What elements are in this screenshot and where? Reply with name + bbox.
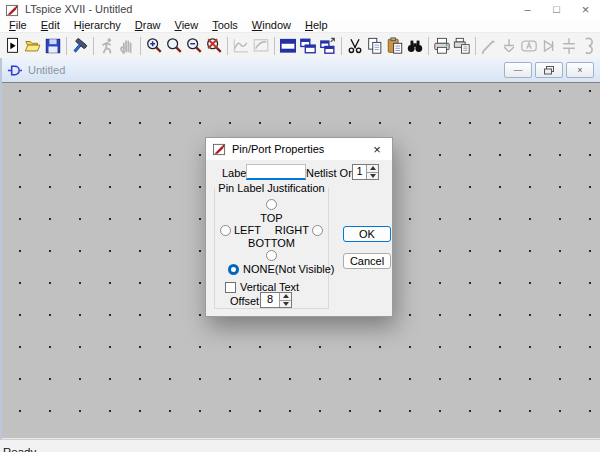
netlist-order-spinner[interactable]: 1 xyxy=(352,164,379,180)
save-icon[interactable] xyxy=(43,35,63,57)
halt-icon xyxy=(117,35,137,57)
wire-icon xyxy=(479,35,499,57)
offset-spinner[interactable]: 8 xyxy=(260,292,292,308)
maximize-button[interactable]: □ xyxy=(542,0,571,18)
dialog-body: Label: Netlist Order: 1 Pin Label Justif… xyxy=(206,160,392,316)
zoom-area-icon[interactable] xyxy=(164,35,184,57)
radio-bottom-label: BOTTOM xyxy=(215,237,328,249)
radio-left[interactable] xyxy=(220,225,231,236)
status-bar: Ready xyxy=(0,439,600,452)
cancel-button[interactable]: Cancel xyxy=(343,253,391,269)
open-icon[interactable] xyxy=(23,35,43,57)
spin-down-icon[interactable] xyxy=(367,173,378,180)
toolbar-separator xyxy=(140,37,141,55)
dialog-titlebar: Pin/Port Properties × xyxy=(206,138,392,160)
toolbar-separator xyxy=(428,37,429,55)
window-restore-icon[interactable] xyxy=(318,35,338,57)
window-title: LTspice XVII - Untitled xyxy=(25,3,513,15)
toolbar-separator xyxy=(341,37,342,55)
radio-bottom[interactable] xyxy=(266,250,277,261)
ok-button[interactable]: OK xyxy=(343,226,391,242)
document-title: Untitled xyxy=(28,64,504,76)
radio-right[interactable] xyxy=(312,225,323,236)
menu-hierarchy[interactable]: Hierarchy xyxy=(67,18,128,32)
vertical-text-checkbox[interactable] xyxy=(225,282,236,293)
menu-file[interactable]: File xyxy=(2,18,34,32)
menu-draw[interactable]: Draw xyxy=(128,18,168,32)
paste-icon[interactable] xyxy=(385,35,405,57)
close-button[interactable]: × xyxy=(571,0,600,18)
netlist-order-value: 1 xyxy=(353,165,366,179)
zoom-out-icon[interactable] xyxy=(184,35,204,57)
offset-label: Offset: xyxy=(230,295,262,307)
radio-left-label: LEFT xyxy=(234,224,261,236)
document-titlebar: Untitled — × xyxy=(2,58,600,83)
print-preview-icon[interactable] xyxy=(452,35,472,57)
capacitor-icon xyxy=(559,35,579,57)
plot-settings-icon xyxy=(251,35,271,57)
spin-up-icon[interactable] xyxy=(280,293,291,301)
schematic-doc-icon xyxy=(7,63,22,78)
ltspice-logo-icon xyxy=(213,143,226,156)
find-icon[interactable] xyxy=(405,35,425,57)
toolbar-separator xyxy=(93,37,94,55)
menu-edit[interactable]: Edit xyxy=(34,18,67,32)
toolbar-separator xyxy=(274,37,275,55)
radio-none-label: NONE(Not Visible) xyxy=(243,263,335,275)
doc-close-button[interactable]: × xyxy=(566,62,594,78)
ltspice-logo-icon xyxy=(6,3,19,16)
offset-value: 8 xyxy=(261,293,279,307)
spin-down-icon[interactable] xyxy=(280,301,291,308)
toolbar xyxy=(0,33,600,59)
menu-window[interactable]: Window xyxy=(245,18,298,32)
label-input[interactable] xyxy=(246,164,306,180)
new-schematic-icon[interactable] xyxy=(3,35,23,57)
toolbar-separator xyxy=(66,37,67,55)
zoom-extents-icon[interactable] xyxy=(204,35,224,57)
doc-minimize-button[interactable]: — xyxy=(504,62,532,78)
toolbar-separator xyxy=(475,37,476,55)
group-title: Pin Label Justification xyxy=(215,182,327,194)
autorange-icon xyxy=(231,35,251,57)
menu-bar: File Edit Hierarchy Draw View Tools Wind… xyxy=(0,18,600,33)
doc-restore-button[interactable] xyxy=(535,62,563,78)
ground-icon xyxy=(499,35,519,57)
spin-up-icon[interactable] xyxy=(367,165,378,173)
print-icon[interactable] xyxy=(432,35,452,57)
run-icon xyxy=(97,35,117,57)
inductor-icon xyxy=(579,35,599,57)
pin-label-justification-group: Pin Label Justification TOP LEFT RIGHT B… xyxy=(214,188,329,309)
dialog-title: Pin/Port Properties xyxy=(232,143,362,155)
toolbar-separator xyxy=(227,37,228,55)
menu-help[interactable]: Help xyxy=(298,18,335,32)
radio-right-label: RIGHT xyxy=(275,224,309,236)
diode-icon xyxy=(539,35,559,57)
net-label-icon xyxy=(519,35,539,57)
radio-top-label: TOP xyxy=(215,212,328,224)
control-panel-icon[interactable] xyxy=(70,35,90,57)
radio-top[interactable] xyxy=(266,199,277,210)
window-titlebar: LTspice XVII - Untitled – □ × xyxy=(0,0,600,18)
menu-tools[interactable]: Tools xyxy=(205,18,245,32)
pin-port-properties-dialog: Pin/Port Properties × Label: Netlist Ord… xyxy=(205,137,393,317)
window-maximize-icon[interactable] xyxy=(278,35,298,57)
zoom-in-icon[interactable] xyxy=(144,35,164,57)
menu-view[interactable]: View xyxy=(168,18,206,32)
minimize-button[interactable]: – xyxy=(513,0,542,18)
window-cascade-icon[interactable] xyxy=(298,35,318,57)
cut-icon[interactable] xyxy=(345,35,365,57)
copy-icon[interactable] xyxy=(365,35,385,57)
status-text: Ready xyxy=(3,446,600,452)
dialog-close-icon[interactable]: × xyxy=(362,138,392,160)
radio-none[interactable] xyxy=(228,264,239,275)
